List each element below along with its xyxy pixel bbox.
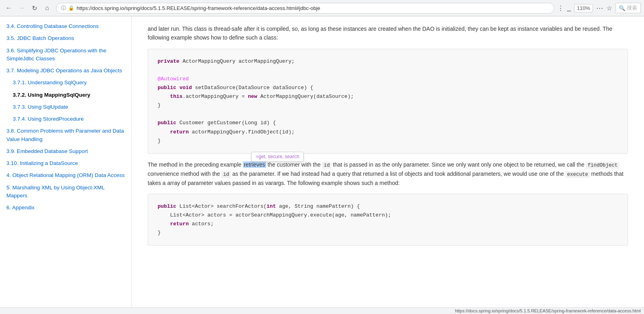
sidebar-item-3-6[interactable]: 3.6. Simplifying JDBC Operations with th…: [0, 45, 131, 65]
code2-line-2: List<Actor> actors = actorSearchMappingQ…: [158, 211, 618, 220]
back-button[interactable]: ←: [3, 2, 14, 14]
inline-code-id-1: id: [322, 162, 331, 169]
code-line-3: public void setDataSource(DataSource dat…: [158, 83, 618, 92]
nav-buttons: ← → ↻ ⌂: [3, 2, 53, 14]
intro-paragraph: and later run. This class is thread-safe…: [148, 24, 628, 42]
highlighted-retrieves: retrieves: [243, 161, 266, 168]
code-block-2: public List<Actor> searchForActors(int a…: [148, 194, 628, 246]
main-layout: 3.4. Controlling Database Connections 3.…: [0, 16, 644, 307]
code-line-7: return actorMappingQuery.findObject(id);: [158, 128, 618, 137]
sidebar: 3.4. Controlling Database Connections 3.…: [0, 16, 132, 307]
code-line-8: }: [158, 137, 618, 145]
browser-toolbar: ← → ↻ ⌂ ⓘ 🔒 https://docs.spring.io/sprin…: [0, 0, 644, 16]
search-placeholder: 搜索: [627, 4, 637, 12]
sidebar-item-3-10[interactable]: 3.10. Initializing a DataSource: [0, 157, 131, 169]
code2-line-1: public List<Actor> searchForActors(int a…: [158, 202, 618, 211]
code2-line-3: return actors;: [158, 220, 618, 229]
forward-button[interactable]: →: [16, 2, 27, 14]
code2-line-4: }: [158, 229, 618, 237]
zoom-level: 110%: [574, 4, 593, 12]
code-block-1: private ActorMappingQuery actorMappingQu…: [148, 49, 628, 154]
search-input-bar[interactable]: 🔍 搜索: [615, 3, 641, 13]
sidebar-item-3-4[interactable]: 3.4. Controlling Database Connections: [0, 20, 131, 32]
address-bar[interactable]: ⓘ 🔒 https://docs.spring.io/spring/docs/5…: [56, 3, 554, 14]
status-bar: https://docs.spring.io/spring/docs/5.1.5…: [0, 307, 644, 314]
code-line-2: @Autowired: [158, 75, 618, 83]
inline-code-execute: execute: [565, 171, 590, 178]
sidebar-item-3-7[interactable]: 3.7. Modeling JDBC Operations as Java Ob…: [0, 65, 131, 77]
star-icon[interactable]: ☆: [606, 4, 612, 12]
sidebar-item-3-5[interactable]: 3.5. JDBC Batch Operations: [0, 32, 131, 44]
grid-icon[interactable]: ⋮: [557, 4, 564, 12]
menu-dots-icon[interactable]: ⋯: [596, 4, 603, 12]
status-url: https://docs.spring.io/spring/docs/5.1.5…: [455, 308, 641, 313]
code-line-4: this.actorMappingQuery = new ActorMappin…: [158, 92, 618, 101]
code-line-1: private ActorMappingQuery actorMappingQu…: [158, 57, 618, 66]
info-icon: ⓘ: [61, 5, 66, 12]
sidebar-item-5[interactable]: 5. Marshalling XML by Using Object-XML M…: [0, 182, 131, 202]
search-icon: 🔍: [619, 5, 625, 11]
tooltip-box: =get, secure, search: [251, 152, 304, 162]
sidebar-item-3-9[interactable]: 3.9. Embedded Database Support: [0, 145, 131, 157]
sidebar-item-3-7-1[interactable]: 3.7.1. Understanding SqlQuery: [0, 77, 131, 89]
sidebar-item-3-7-2[interactable]: 3.7.2. Using MappingSqlQuery: [0, 89, 131, 101]
sidebar-item-3-7-3[interactable]: 3.7.3. Using SqlUpdate: [0, 101, 131, 113]
main-paragraph: =get, secure, search The method in the p…: [148, 160, 628, 187]
sidebar-item-3-7-4[interactable]: 3.7.4. Using StoredProcedure: [0, 113, 131, 125]
browser-tools: ⋮ ⎯ 110% ⋯ ☆ 🔍 搜索: [557, 3, 641, 13]
code-line-5: }: [158, 101, 618, 110]
lock-icon: 🔒: [68, 5, 74, 11]
inline-code-findObject: findObject: [586, 162, 619, 169]
sidebar-item-4[interactable]: 4. Object Relational Mapping (ORM) Data …: [0, 169, 131, 181]
inline-code-id-2: id: [221, 171, 231, 178]
reload-button[interactable]: ↻: [29, 2, 40, 14]
code-line-6: public Customer getCustomer(Long id) {: [158, 119, 618, 127]
content-area: and later run. This class is thread-safe…: [132, 16, 644, 307]
sidebar-item-3-8[interactable]: 3.8. Common Problems with Parameter and …: [0, 125, 131, 145]
home-button[interactable]: ⌂: [41, 2, 53, 14]
bookmark-icon[interactable]: ⎯: [567, 4, 571, 12]
url-text: https://docs.spring.io/spring/docs/5.1.5…: [77, 5, 549, 11]
sidebar-item-6[interactable]: 6. Appendix: [0, 202, 131, 214]
